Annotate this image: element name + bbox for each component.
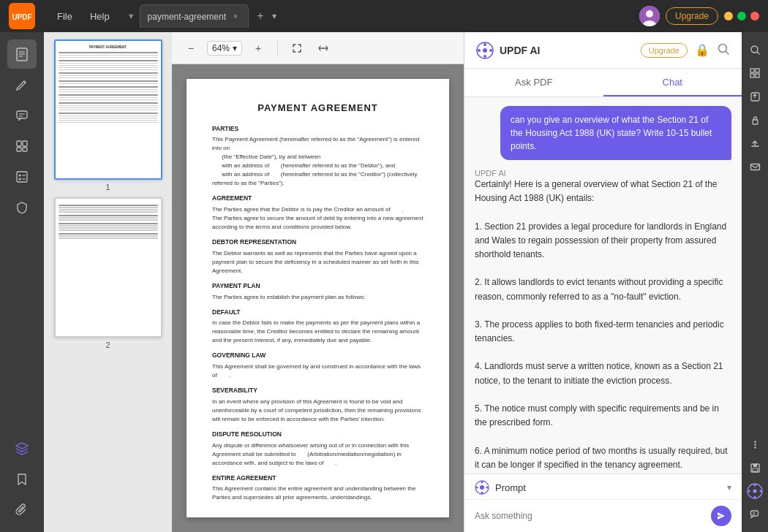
pdf-section-governing-title: GOVERNING LAW [212,351,423,360]
form-icon [15,170,29,184]
svg-point-52 [754,484,756,487]
lock-icon[interactable]: 🔒 [695,43,709,57]
fit-width-button[interactable] [313,38,334,58]
send-button[interactable] [711,506,731,526]
sidebar-icon-protect[interactable] [7,193,37,222]
svg-point-34 [486,487,489,489]
avatar-icon [639,6,660,26]
svg-point-26 [489,49,492,52]
svg-rect-12 [17,141,21,146]
pdf-page-title: PAYMENT AGREEMENT [212,101,423,115]
tab-chat[interactable]: Chat [603,69,742,96]
prompt-input[interactable] [475,511,705,521]
ai-header: UPDF AI Upgrade 🔒 [464,32,742,69]
pdf-area: − 64% ▾ + PAYMENT AGREEMENT PARTI [172,32,464,532]
thumbnail-label-1: 1 [105,183,110,191]
chat-icon-right [750,509,761,520]
svg-point-23 [483,43,486,46]
pdf-section-debtor-text: The Debtor warrants as well as represent… [212,249,423,276]
thumbnail-label-2: 2 [105,341,110,349]
ai-assistant-icon [747,483,763,499]
right-sidebar-dots-icon[interactable] [745,434,765,455]
svg-rect-37 [750,69,754,72]
pdf-page: PAYMENT AGREEMENT PARTIES This Payment A… [187,79,449,517]
zoom-display[interactable]: 64% ▾ [207,41,242,56]
titlebar-right: Upgrade [639,6,759,26]
layers-icon [14,441,30,457]
menu-bar: File Help [50,8,117,25]
svg-point-54 [748,490,750,493]
minimize-button[interactable] [724,12,733,20]
pdf-section-entire-text: This Agreement contains the entire agree… [212,484,423,502]
ai-upgrade-button[interactable]: Upgrade [641,43,688,58]
pdf-section-default-title: DEFAULT [212,308,423,317]
maximize-button[interactable] [737,12,746,20]
user-avatar[interactable] [639,6,660,26]
svg-point-30 [480,485,484,490]
upgrade-label: Upgrade [675,11,709,21]
right-sidebar-ai-icon[interactable] [745,481,765,501]
ai-logo: UPDF AI [476,42,540,59]
ai-tabs: Ask PDF Chat [464,69,742,97]
sidebar-icon-pages[interactable] [7,39,37,69]
zoom-in-button[interactable]: + [248,38,268,58]
svg-rect-39 [750,74,754,77]
pdf-section-agreement-text: The Parties agree that the Debtor is to … [212,205,423,232]
thumbnail-page-2[interactable]: 2 [50,197,166,349]
ai-panel: UPDF AI Upgrade 🔒 Ask PDF Chat [464,32,742,532]
tab-ask-pdf[interactable]: Ask PDF [464,69,603,96]
right-sidebar-chat-icon[interactable] [745,504,765,525]
right-sidebar-convert-icon[interactable] [745,86,765,107]
right-sidebar-mail-icon[interactable] [745,156,765,177]
ai-panel-title: UPDF AI [500,45,540,56]
right-sidebar-protect-icon[interactable] [745,110,765,130]
file-menu[interactable]: File [50,8,80,25]
sidebar-icon-form[interactable] [7,162,37,191]
svg-rect-38 [756,69,759,72]
svg-point-24 [483,55,486,58]
tab-close-button[interactable]: × [230,12,241,22]
tab-collapse-icon[interactable]: ▼ [123,12,140,20]
pdf-section-severability-text: In an event where any provision of this … [212,398,423,424]
svg-point-17 [19,175,21,177]
ai-search-icon[interactable] [717,42,730,58]
prompt-chevron-icon[interactable]: ▾ [727,482,731,493]
thumbnail-page-1[interactable]: PAYMENT AGREEMENT [50,39,166,191]
svg-point-53 [754,496,756,498]
right-sidebar-save-icon[interactable] [745,457,765,478]
svg-point-25 [478,49,481,52]
protect-icon-right [750,115,761,126]
toolbar-divider [277,41,278,56]
pdf-section-default-text: In case the Debtor fails to make the pay… [212,319,423,345]
tab-title: payment-agreement [148,12,226,22]
svg-point-32 [481,492,483,494]
pdf-section-parties-text: This Payment Agreement (hereinafter refe… [212,135,423,188]
close-button[interactable] [750,12,759,20]
zoom-out-button[interactable]: − [181,38,201,58]
right-sidebar-ocr-icon[interactable] [745,63,765,83]
right-sidebar-search-icon[interactable] [745,39,765,60]
pdf-section-agreement-title: AGREEMENT [212,194,423,203]
document-tab[interactable]: payment-agreement × [140,4,249,28]
pdf-section-governing-text: This Agreement shall be governed by and … [212,362,423,380]
window-controls [724,12,759,20]
prompt-input-row [464,500,742,532]
sidebar-icon-comment[interactable] [7,101,37,130]
fit-page-button[interactable] [287,38,307,58]
new-tab-button[interactable]: + [252,7,269,25]
tab-chat-label: Chat [663,77,682,88]
sidebar-icon-bookmark[interactable] [7,465,37,494]
svg-point-3 [646,10,653,18]
right-sidebar-share-icon[interactable] [745,133,765,153]
tab-chevron-icon[interactable]: ▾ [272,11,276,21]
help-menu[interactable]: Help [83,8,117,25]
upgrade-button[interactable]: Upgrade [666,7,718,25]
sidebar-icon-edit[interactable] [7,70,37,99]
pdf-section-parties-title: PARTIES [212,124,423,134]
sidebar-icon-attachment[interactable] [7,495,37,525]
svg-rect-15 [23,148,27,151]
app-logo[interactable]: UPDF [9,3,44,29]
sidebar-icon-organize[interactable] [7,132,37,161]
svg-point-55 [760,490,762,493]
sidebar-icon-layers[interactable] [7,434,37,463]
